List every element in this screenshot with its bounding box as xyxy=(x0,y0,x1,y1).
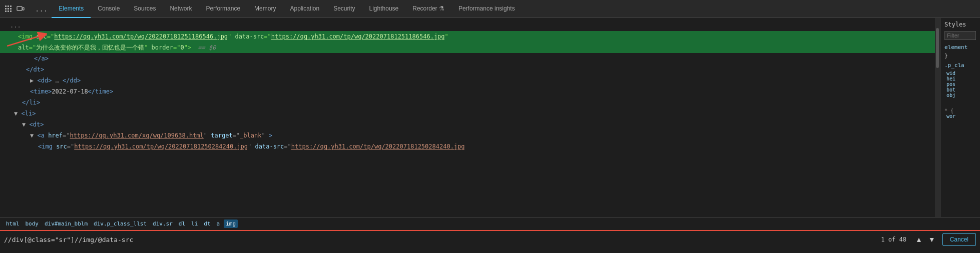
styles-prop-obj: obj xyxy=(944,92,976,98)
tab-lighthouse[interactable]: Lighthouse xyxy=(362,0,406,18)
svg-rect-0 xyxy=(5,6,7,7)
grid-icon[interactable] xyxy=(4,4,13,14)
search-count: 1 of 48 xyxy=(875,236,912,243)
breadcrumb-li[interactable]: li xyxy=(189,220,200,228)
scrollbar[interactable] xyxy=(935,18,940,217)
dom-selected-line-2[interactable]: alt="为什么改变你的不是我，回忆也是一个错" border="0"> == … xyxy=(0,42,940,53)
tab-bar: ... Elements Console Sources Network Per… xyxy=(0,0,980,18)
tab-elements[interactable]: Elements xyxy=(52,0,91,18)
search-input-area[interactable] xyxy=(0,231,875,248)
search-prev-button[interactable]: ▲ xyxy=(912,234,925,246)
main-area: ... <img src="https://qq.yh31.com/tp/wq/… xyxy=(0,18,980,217)
svg-rect-3 xyxy=(5,8,7,10)
search-next-button[interactable]: ▼ xyxy=(925,234,938,246)
dom-line[interactable]: </dt> xyxy=(0,64,940,75)
breadcrumb-a[interactable]: a xyxy=(215,220,222,228)
breadcrumb-divsr[interactable]: div.sr xyxy=(151,220,175,228)
dom-line[interactable]: ▼ <dt> xyxy=(0,119,940,130)
styles-prop-hei: hei xyxy=(944,76,976,82)
breadcrumb-dl[interactable]: dl xyxy=(177,220,187,228)
styles-title: Styles xyxy=(944,21,976,28)
devtools-icon-group xyxy=(2,4,27,14)
dom-line[interactable]: <time>2022-07-18</time> xyxy=(0,86,940,97)
dom-selected-line-1[interactable]: <img src="https://qq.yh31.com/tp/wq/2022… xyxy=(0,31,940,42)
svg-rect-10 xyxy=(23,8,24,10)
tabs-more-button[interactable]: ... xyxy=(31,5,52,13)
breadcrumb-img[interactable]: img xyxy=(224,220,238,228)
svg-rect-5 xyxy=(10,8,12,10)
tab-application[interactable]: Application xyxy=(283,0,326,18)
dom-line[interactable]: </li> xyxy=(0,97,940,108)
dom-line[interactable]: </a> xyxy=(0,53,940,64)
tab-network[interactable]: Network xyxy=(163,0,199,18)
dom-line[interactable]: ▼ <li> xyxy=(0,108,940,119)
svg-rect-7 xyxy=(8,10,9,12)
svg-rect-2 xyxy=(10,6,12,7)
elements-panel: ... <img src="https://qq.yh31.com/tp/wq/… xyxy=(0,18,940,217)
styles-filter-input[interactable] xyxy=(944,31,976,40)
styles-element-selector: element xyxy=(944,44,976,50)
dom-line[interactable]: <img src="https://qq.yh31.com/tp/wq/2022… xyxy=(0,141,940,152)
breadcrumb-pclass[interactable]: div.p_class_llst xyxy=(92,220,149,228)
styles-wildcard-prop: wor xyxy=(944,114,976,119)
dom-tree: ... <img src="https://qq.yh31.com/tp/wq/… xyxy=(0,18,940,154)
svg-rect-8 xyxy=(10,10,12,12)
svg-rect-4 xyxy=(8,8,9,10)
styles-prop-bot: bot xyxy=(944,87,976,92)
styles-wildcard: * { xyxy=(944,108,976,114)
tab-console[interactable]: Console xyxy=(91,0,127,18)
tab-performance-insights[interactable]: Performance insights xyxy=(451,0,522,18)
search-input[interactable] xyxy=(4,236,871,244)
breadcrumb-body[interactable]: body xyxy=(24,220,41,228)
tab-security[interactable]: Security xyxy=(326,0,362,18)
svg-rect-1 xyxy=(8,6,9,7)
breadcrumb-dt[interactable]: dt xyxy=(202,220,212,228)
tab-recorder[interactable]: Recorder ⚗ xyxy=(405,0,451,18)
search-bar: 1 of 48 ▲ ▼ Cancel xyxy=(0,230,980,248)
dom-line[interactable]: ▼ <a href="https://qq.yh31.com/xq/wq/109… xyxy=(0,130,940,141)
styles-class-selector: .p_cla xyxy=(944,62,976,68)
dom-line[interactable]: ▶ <dd> … </dd> xyxy=(0,75,940,86)
svg-rect-6 xyxy=(5,10,7,12)
styles-panel: Styles element } .p_cla wid hei pos bot … xyxy=(940,18,980,217)
breadcrumb-main[interactable]: div#main_bblm xyxy=(43,220,90,228)
scrollbar-thumb[interactable] xyxy=(936,28,939,68)
styles-prop-wid: wid xyxy=(944,70,976,76)
device-icon[interactable] xyxy=(16,4,25,14)
breadcrumb-html[interactable]: html xyxy=(4,220,22,228)
svg-rect-9 xyxy=(17,6,22,10)
tab-memory[interactable]: Memory xyxy=(247,0,283,18)
styles-open-brace: } xyxy=(944,52,976,59)
breadcrumb-bar: html body div#main_bblm div.p_class_llst… xyxy=(0,217,980,230)
styles-prop-pos: pos xyxy=(944,82,976,87)
tab-performance[interactable]: Performance xyxy=(199,0,247,18)
dom-line[interactable]: ... xyxy=(0,20,940,31)
tab-sources[interactable]: Sources xyxy=(127,0,163,18)
search-cancel-button[interactable]: Cancel xyxy=(942,233,976,246)
